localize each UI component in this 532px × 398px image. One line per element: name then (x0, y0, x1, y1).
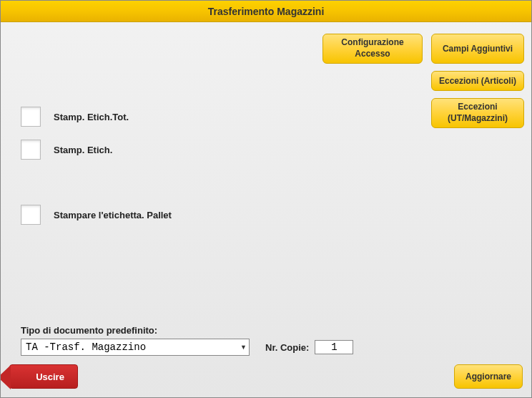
document-type-label: Tipo di documento predefinito: (21, 325, 353, 336)
stamp-etich-label: Stamp. Etich. (54, 145, 112, 155)
stampare-pallet-label: Stampare l'etichetta. Pallet (54, 210, 172, 220)
document-type-controls: ▼ Nr. Copie: (21, 339, 353, 356)
document-type-section: Tipo di documento predefinito: ▼ Nr. Cop… (21, 325, 353, 356)
stampare-pallet-checkbox[interactable] (21, 205, 41, 225)
document-type-select-wrap: ▼ (21, 339, 250, 356)
additional-fields-button[interactable]: Campi Aggiuntivi (431, 34, 524, 64)
copies-label: Nr. Copie: (265, 342, 309, 353)
top-button-row: Configurazione Accesso Campi Aggiuntivi (322, 34, 524, 64)
exceptions-articles-button[interactable]: Eccezioni (Articoli) (431, 71, 524, 91)
stamp-etich-tot-row: Stamp. Etich.Tot. (21, 107, 129, 127)
update-button[interactable]: Aggiornare (454, 364, 523, 389)
stamp-etich-row: Stamp. Etich. (21, 140, 112, 160)
document-type-select[interactable] (21, 339, 250, 356)
page-title: Trasferimento Magazzini (1, 1, 531, 22)
copies-input[interactable] (315, 340, 353, 354)
footer-bar: Uscire Aggiornare (1, 360, 531, 397)
right-button-column: Eccezioni (Articoli) Eccezioni (UT/Magaz… (431, 71, 524, 128)
stamp-etich-checkbox[interactable] (21, 140, 41, 160)
stamp-etich-tot-label: Stamp. Etich.Tot. (54, 112, 129, 122)
exit-button[interactable]: Uscire (9, 364, 78, 389)
exceptions-ut-button[interactable]: Eccezioni (UT/Magazzini) (431, 98, 524, 128)
stamp-etich-tot-checkbox[interactable] (21, 107, 41, 127)
stampare-pallet-row: Stampare l'etichetta. Pallet (21, 205, 172, 225)
config-access-button[interactable]: Configurazione Accesso (322, 34, 423, 64)
